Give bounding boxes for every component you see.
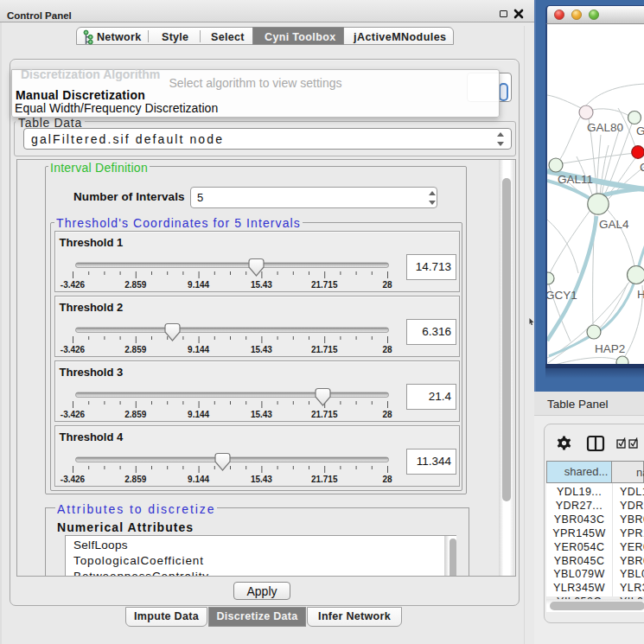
svg-text:C: C [640,161,644,174]
svg-text:GA: GA [636,124,644,137]
svg-text:GAL4: GAL4 [599,218,629,231]
svg-text:HAP2: HAP2 [595,342,625,355]
svg-text:GCY1: GCY1 [547,289,577,302]
svg-text:GAL11: GAL11 [558,173,593,186]
svg-text:GAL80: GAL80 [587,121,623,134]
svg-text:H: H [637,288,644,301]
